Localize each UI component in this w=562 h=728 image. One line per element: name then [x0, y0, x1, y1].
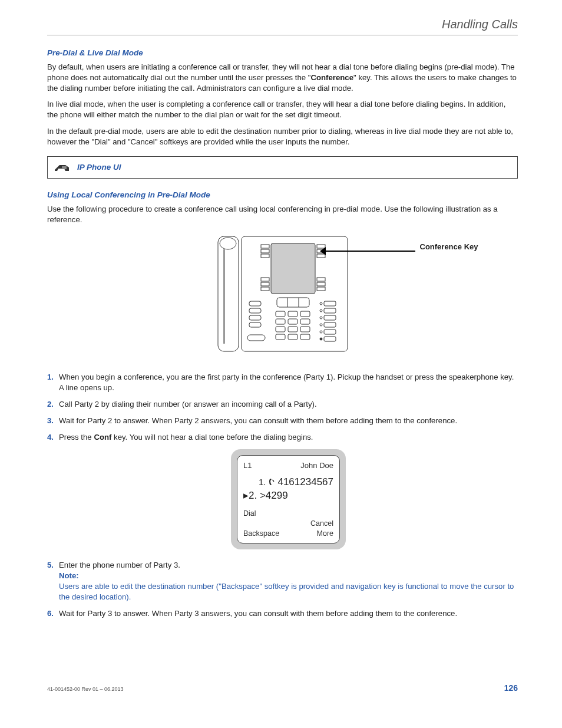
svg-point-47	[320, 331, 322, 333]
svg-rect-32	[300, 334, 310, 340]
screen-caller-name: John Doe	[300, 460, 333, 471]
svg-rect-30	[276, 334, 285, 340]
paragraph: In live dial mode, when the user is comp…	[47, 99, 518, 120]
phone-screen-wrap: L1 John Doe 1. 4161234567 ▸2. >4299 Dial	[59, 449, 518, 549]
step-item: Call Party 2 by dialing their number (or…	[47, 399, 518, 410]
svg-point-2	[220, 238, 236, 249]
svg-rect-16	[317, 282, 325, 286]
svg-rect-9	[261, 278, 269, 281]
svg-rect-22	[288, 311, 297, 317]
svg-rect-3	[223, 249, 225, 344]
bold-text: Conference	[310, 73, 353, 82]
step-item: Press the Conf key. You will not hear a …	[47, 432, 518, 550]
svg-rect-46	[324, 330, 336, 334]
svg-point-45	[320, 324, 322, 326]
svg-rect-7	[261, 249, 269, 253]
svg-rect-23	[300, 311, 310, 317]
svg-rect-40	[324, 308, 336, 313]
step-text: Call Party 2 by dialing their number (or…	[59, 400, 317, 409]
arrow-line	[324, 251, 415, 252]
diagram-arrow-label: Conference Key	[420, 242, 479, 252]
svg-rect-29	[300, 327, 310, 332]
svg-rect-44	[324, 322, 336, 327]
step-text: Enter the phone number of Party 3.	[59, 561, 180, 569]
page-header-title: Handling Calls	[442, 18, 518, 31]
step-text: When you begin a conference, you are the…	[59, 373, 514, 392]
step-item: Enter the phone number of Party 3. Note:…	[47, 560, 518, 602]
note-text: Users are able to edit the destination n…	[59, 582, 514, 601]
page-footer: 41-001452-00 Rev 01 – 06.2013 126	[47, 683, 518, 693]
step-item: Wait for Party 2 to answer. When Party 2…	[47, 416, 518, 426]
softkey-more: More	[317, 529, 333, 539]
callout-label: IP Phone UI	[77, 163, 121, 172]
svg-rect-24	[276, 319, 285, 324]
svg-rect-0	[62, 166, 67, 169]
step-text: Wait for Party 2 to answer. When Party 2…	[59, 416, 457, 425]
section-heading-local-conf: Using Local Conferencing in Pre-Dial Mod…	[47, 190, 518, 199]
svg-rect-27	[276, 327, 285, 332]
phone-diagram-wrap: Conference Key	[47, 232, 518, 357]
screen-line-label: L1	[243, 460, 252, 471]
softkey-dial: Dial	[243, 509, 256, 519]
paragraph: Use the following procedure to create a …	[47, 204, 518, 225]
handset-icon	[269, 478, 275, 486]
softkey-cancel: Cancel	[310, 519, 333, 529]
bold-text: Conf	[94, 433, 111, 442]
svg-rect-31	[288, 334, 297, 340]
svg-rect-38	[324, 301, 336, 306]
svg-rect-34	[249, 308, 261, 313]
svg-point-49	[320, 338, 322, 340]
note-label: Note:	[59, 571, 79, 580]
footer-page-number: 126	[504, 683, 518, 693]
svg-point-43	[320, 317, 322, 319]
phone-screen: L1 John Doe 1. 4161234567 ▸2. >4299 Dial	[231, 449, 346, 549]
svg-rect-28	[288, 327, 297, 332]
svg-rect-48	[324, 337, 336, 341]
svg-rect-26	[300, 319, 310, 324]
svg-point-39	[320, 302, 322, 305]
procedure-steps: When you begin a conference, you are the…	[47, 372, 518, 618]
svg-rect-17	[317, 287, 325, 291]
softkey-backspace: Backspace	[243, 529, 279, 539]
paragraph: By default, when users are initiating a …	[47, 62, 518, 93]
screen-number-1: 4161234567	[277, 476, 333, 487]
paragraph: In the default pre-dial mode, users are …	[47, 126, 518, 147]
svg-rect-25	[288, 319, 297, 324]
step-text: Press the	[59, 433, 94, 442]
svg-rect-5	[271, 243, 315, 294]
svg-rect-1	[218, 236, 239, 351]
footer-docref: 41-001452-00 Rev 01 – 06.2013	[47, 686, 124, 692]
svg-rect-36	[249, 322, 261, 327]
svg-rect-11	[261, 287, 269, 291]
ip-phone-ui-callout: IP Phone UI	[47, 156, 518, 179]
step-text: key. You will not hear a dial tone befor…	[111, 433, 313, 442]
phone-icon	[54, 162, 70, 173]
svg-rect-6	[261, 245, 269, 248]
svg-rect-42	[324, 315, 336, 320]
svg-rect-35	[249, 315, 261, 320]
step-text: Wait for Party 3 to answer. When Party 3…	[59, 609, 457, 618]
page-header: Handling Calls	[47, 18, 518, 35]
svg-point-41	[320, 309, 322, 312]
svg-rect-37	[247, 335, 265, 341]
step-item: Wait for Party 3 to answer. When Party 3…	[47, 608, 518, 619]
svg-rect-21	[276, 311, 285, 317]
section-heading-predial: Pre-Dial & Live Dial Mode	[47, 48, 518, 57]
svg-rect-33	[249, 301, 261, 306]
svg-rect-15	[317, 278, 325, 281]
svg-rect-8	[261, 254, 269, 258]
svg-rect-10	[261, 282, 269, 286]
svg-rect-18	[277, 298, 309, 307]
step-item: When you begin a conference, you are the…	[47, 372, 518, 393]
screen-number-2: ▸2. >4299	[243, 489, 333, 503]
